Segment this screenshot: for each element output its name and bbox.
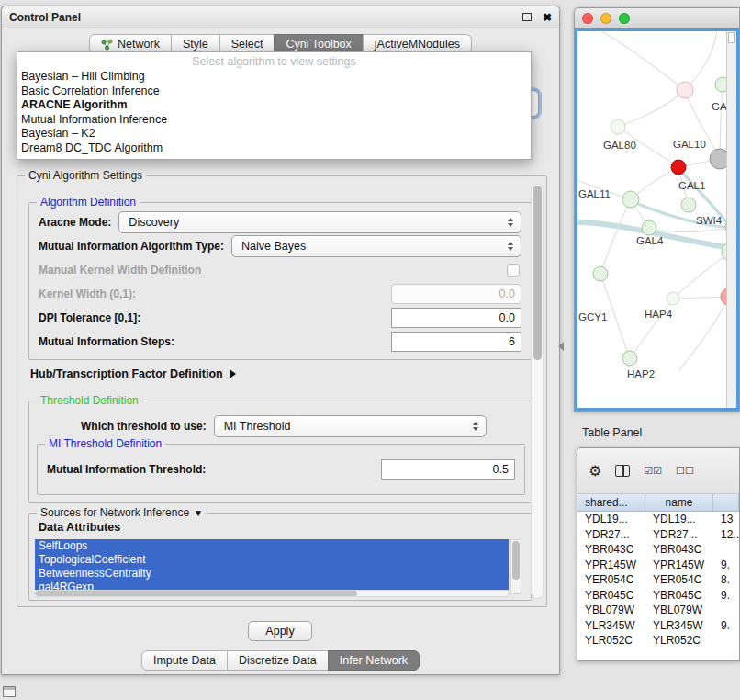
table-row[interactable]: YDR27... YDR27... 12... <box>577 527 739 543</box>
triangle-down-icon: ▼ <box>194 508 203 518</box>
table-cell: 9. <box>713 559 739 571</box>
table-row[interactable]: YLR345W YLR345W 9. <box>577 618 739 634</box>
network-vertical-scrollbar[interactable] <box>726 31 736 408</box>
sources-group-title: Sources for Network Inference <box>40 506 189 519</box>
gear-icon[interactable]: ⚙ <box>589 464 601 479</box>
algorithm-option[interactable]: Bayesian – K2 <box>17 127 531 141</box>
algorithm-option[interactable]: Bayesian – Hill Climbing <box>17 70 531 85</box>
aracne-mode-label: Aracne Mode: <box>39 216 111 229</box>
algorithm-definition-group: Algorithm Definition Aracne Mode: Discov… <box>28 202 532 360</box>
mac-close-button[interactable] <box>582 13 593 24</box>
table-row[interactable]: YPR145W YPR145W 9. <box>577 558 739 573</box>
attribute-item-selected[interactable]: SelfLoops <box>35 539 509 553</box>
which-threshold-row: Which threshold to use: MI Threshold <box>81 414 487 438</box>
network-edge <box>600 199 631 274</box>
network-node[interactable] <box>681 198 696 212</box>
attribute-item-selected[interactable]: TopologicalCoefficient <box>35 553 509 567</box>
network-node[interactable] <box>611 119 625 134</box>
tab-infer-network[interactable]: Infer Network <box>328 650 420 671</box>
aracne-mode-row: Aracne Mode: Discovery <box>39 210 521 234</box>
hub-section-toggle[interactable]: Hub/Transcription Factor Definition <box>30 367 236 380</box>
data-attributes-label: Data Attributes <box>39 521 120 534</box>
node-label-gal11: GAL11 <box>578 188 611 199</box>
mi-threshold-field[interactable]: 0.5 <box>381 459 515 480</box>
table-row[interactable]: YBR043C YBR043C <box>577 542 739 558</box>
restore-panel-icon[interactable] <box>3 686 16 697</box>
table-row[interactable]: YER054C YER054C 8. <box>577 572 739 588</box>
table-cell: 12... <box>713 528 739 541</box>
table-panel-window: ⚙ ☑☑ ☐☐ shared... name YDL19... YDL19...… <box>577 447 740 661</box>
mi-algorithm-select[interactable]: Naive Bayes <box>231 235 521 257</box>
deselect-all-icon[interactable]: ☐☐ <box>676 465 694 477</box>
mi-steps-field[interactable]: 6 <box>391 332 521 352</box>
cyni-bottom-tabbar: Impute Data Discretize Data Infer Networ… <box>2 650 559 671</box>
scrollbar-thumb[interactable] <box>533 186 542 360</box>
table-row[interactable]: YBR045C YBR045C 9. <box>577 588 739 604</box>
algorithm-option[interactable]: Mutual Information Inference <box>17 113 531 128</box>
aracne-mode-select[interactable]: Discovery <box>118 211 521 233</box>
network-node[interactable] <box>667 292 679 305</box>
network-edge <box>685 31 717 90</box>
table-row[interactable]: YLR052C YLR052C <box>577 633 739 649</box>
control-panel-titlebar: Control Panel ✖ <box>2 6 559 28</box>
table-cell: 13 <box>713 513 739 525</box>
combo-arrows-icon <box>473 422 480 431</box>
table-panel-title: Table Panel <box>582 426 642 439</box>
tab-discretize-data[interactable]: Discretize Data <box>227 650 329 671</box>
scroll-up-icon[interactable] <box>728 32 735 43</box>
mac-minimize-button[interactable] <box>600 13 611 24</box>
network-node[interactable] <box>677 82 693 98</box>
tab-label: Style <box>183 38 208 51</box>
dpi-tolerance-field[interactable]: 0.0 <box>391 308 521 328</box>
attributes-vertical-scrollbar[interactable] <box>510 539 521 594</box>
table-cell: YPR145W <box>645 559 713 571</box>
select-all-icon[interactable]: ☑☑ <box>644 465 662 477</box>
network-node[interactable] <box>710 149 728 169</box>
algorithm-option[interactable]: Basic Correlation Inference <box>17 85 531 99</box>
algorithm-option[interactable]: Dream8 DC_TDC Algorithm <box>17 141 531 156</box>
column-header-shared-name[interactable]: shared... <box>577 494 645 511</box>
table-cell: YDL19... <box>645 513 713 525</box>
settings-vertical-scrollbar[interactable] <box>531 184 544 599</box>
network-node[interactable] <box>642 220 656 235</box>
network-tab-icon <box>101 39 113 51</box>
columns-icon[interactable] <box>615 465 630 477</box>
table-row[interactable]: YBL079W YBL079W <box>577 603 739 618</box>
table-row[interactable]: YDL19... YDL19... 13 <box>577 512 739 527</box>
mi-threshold-definition-group: MI Threshold Definition Mutual Informati… <box>37 444 525 495</box>
close-icon[interactable]: ✖ <box>543 11 552 24</box>
network-node[interactable] <box>622 191 639 208</box>
algorithm-dropdown-popup: Select algorithm to view settings Bayesi… <box>17 51 532 160</box>
tab-label: Cyni Toolbox <box>286 38 351 51</box>
manual-kernel-checkbox <box>507 264 520 277</box>
network-node-selected[interactable] <box>671 160 686 175</box>
sources-group-toggle[interactable]: Sources for Network Inference ▼ <box>37 506 207 519</box>
attributes-horizontal-scrollbar[interactable] <box>35 590 509 597</box>
tab-impute-data[interactable]: Impute Data <box>141 650 228 671</box>
mi-threshold-value: 0.5 <box>493 463 509 476</box>
dpi-tolerance-row: DPI Tolerance [0,1]: 0.0 <box>39 306 521 330</box>
algorithm-definition-title: Algorithm Definition <box>40 196 136 209</box>
node-label-hap2: HAP2 <box>627 368 655 379</box>
scrollbar-thumb[interactable] <box>512 541 520 580</box>
which-threshold-label: Which threshold to use: <box>81 420 207 433</box>
column-header-name[interactable]: name <box>645 494 713 511</box>
which-threshold-select[interactable]: MI Threshold <box>214 415 487 437</box>
apply-button[interactable]: Apply <box>248 621 312 641</box>
mi-steps-row: Mutual Information Steps: 6 <box>39 330 521 354</box>
scrollbar-thumb[interactable] <box>36 591 357 596</box>
network-canvas[interactable]: GAL80 GAL10 GAL11 GAL1 SWI4 GAL4 GCY1 HA… <box>577 31 726 408</box>
hub-section-label: Hub/Transcription Factor Definition <box>30 367 223 380</box>
panel-collapse-handle[interactable] <box>558 342 564 351</box>
algorithm-option-selected[interactable]: ARACNE Algorithm <box>17 98 531 113</box>
attribute-item-selected[interactable]: BetweennessCentrality <box>35 567 509 581</box>
network-node[interactable] <box>593 266 608 281</box>
threshold-definition-title: Threshold Definition <box>40 394 139 407</box>
network-node[interactable] <box>622 351 637 366</box>
column-header-clipped[interactable] <box>713 494 739 511</box>
mac-zoom-button[interactable] <box>619 13 630 24</box>
table-body: YDL19... YDL19... 13 YDR27... YDR27... 1… <box>577 512 739 660</box>
float-window-icon[interactable] <box>522 13 532 21</box>
network-edge <box>720 85 723 159</box>
node-label-gcy1: GCY1 <box>578 311 607 322</box>
